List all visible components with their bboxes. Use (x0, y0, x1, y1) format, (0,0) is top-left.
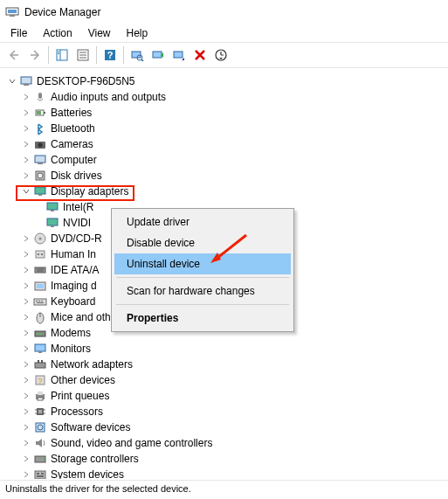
menu-item-disable-device[interactable]: Disable device (114, 232, 291, 253)
chevron-right-icon[interactable] (21, 375, 31, 385)
forward-button[interactable] (24, 45, 45, 66)
tree-category[interactable]: Software devices (3, 419, 448, 435)
update-driver-button[interactable] (148, 45, 169, 66)
tree-category[interactable]: Storage controllers (3, 451, 448, 467)
chevron-right-icon[interactable] (21, 359, 31, 370)
chevron-right-icon[interactable] (21, 422, 31, 433)
tree-category[interactable]: Print queues (3, 388, 448, 404)
toolbar-separator (48, 46, 49, 64)
printer-icon (33, 389, 47, 403)
svg-rect-35 (47, 218, 58, 225)
svg-point-40 (38, 253, 39, 255)
chevron-right-icon[interactable] (21, 249, 31, 260)
svg-rect-51 (37, 302, 44, 303)
device-label: Intel(R (63, 201, 93, 213)
disable-device-button[interactable] (169, 45, 190, 66)
status-bar: Uninstalls the driver for the selected d… (0, 480, 448, 499)
menu-item-scan-hardware[interactable]: Scan for hardware changes (114, 281, 291, 301)
chevron-right-icon[interactable] (21, 312, 31, 322)
dvd-icon (33, 232, 47, 246)
tree-root[interactable]: DESKTOP-F96D5N5 (3, 73, 448, 89)
svg-rect-17 (174, 52, 183, 58)
tree-category[interactable]: Cameras (3, 136, 448, 152)
menu-view[interactable]: View (81, 26, 118, 40)
chevron-right-icon[interactable] (21, 155, 31, 165)
back-button[interactable] (3, 45, 24, 66)
tree-category[interactable]: System devices (3, 467, 448, 479)
bluetooth-icon (33, 121, 47, 135)
chevron-right-icon[interactable] (21, 469, 31, 479)
category-label: Storage controllers (51, 453, 139, 465)
menu-item-properties[interactable]: Properties (114, 308, 291, 329)
tree-category[interactable]: Monitors (3, 341, 448, 357)
uninstall-device-button[interactable] (190, 45, 210, 66)
category-label: Monitors (51, 343, 91, 355)
tree-category[interactable]: Display adapters (3, 184, 448, 199)
chevron-right-icon[interactable] (21, 265, 31, 275)
chevron-right-icon[interactable] (21, 233, 31, 244)
chevron-down-icon[interactable] (7, 76, 17, 87)
svg-rect-65 (38, 392, 43, 395)
svg-point-76 (43, 458, 45, 460)
svg-rect-58 (38, 351, 42, 353)
root-label: DESKTOP-F96D5N5 (37, 75, 134, 87)
tree-category[interactable]: Network adapters (3, 357, 448, 372)
chevron-down-icon[interactable] (21, 186, 31, 197)
category-label: Software devices (51, 421, 130, 433)
svg-rect-78 (37, 473, 39, 475)
chevron-right-icon[interactable] (21, 328, 31, 338)
svg-text:?: ? (107, 50, 114, 60)
tree-category[interactable]: Disk drives (3, 168, 448, 184)
chevron-right-icon[interactable] (21, 296, 31, 307)
chevron-right-icon[interactable] (21, 170, 31, 181)
tree-category[interactable]: Bluetooth (3, 121, 448, 136)
svg-rect-36 (51, 225, 54, 227)
category-label: Computer (51, 154, 97, 166)
display-icon (33, 184, 47, 198)
svg-rect-23 (44, 112, 45, 114)
chevron-right-icon[interactable] (21, 107, 31, 118)
svg-rect-57 (35, 344, 45, 351)
menu-file[interactable]: File (3, 26, 34, 40)
svg-rect-49 (38, 301, 40, 301)
status-text: Uninstalls the driver for the selected d… (5, 483, 191, 494)
svg-line-15 (141, 59, 143, 61)
chevron-right-icon[interactable] (21, 438, 31, 448)
category-label: Disk drives (51, 170, 102, 182)
chevron-right-icon[interactable] (21, 406, 31, 417)
svg-rect-42 (35, 267, 45, 273)
properties-button[interactable] (72, 45, 93, 66)
menu-item-update-driver[interactable]: Update driver (114, 211, 291, 232)
tree-category[interactable]: Processors (3, 404, 448, 419)
scan-hardware-button[interactable] (127, 45, 148, 66)
category-label: Network adapters (51, 358, 133, 371)
chevron-right-icon[interactable] (21, 391, 31, 401)
software-icon (33, 420, 47, 434)
menu-action[interactable]: Action (36, 26, 79, 40)
display-icon (45, 200, 59, 214)
tree-category[interactable]: Batteries (3, 105, 448, 121)
enable-device-button[interactable] (210, 45, 231, 66)
battery-icon (33, 106, 47, 120)
tree-category[interactable]: ?Other devices (3, 372, 448, 388)
chevron-right-icon[interactable] (21, 454, 31, 464)
category-label: Cameras (51, 138, 93, 150)
svg-rect-28 (38, 163, 43, 164)
category-label: Human In (51, 248, 96, 260)
chevron-right-icon[interactable] (21, 123, 31, 134)
chevron-right-icon[interactable] (21, 281, 31, 291)
tree-category[interactable]: Sound, video and game controllers (3, 435, 448, 451)
chevron-right-icon[interactable] (21, 92, 31, 102)
menu-item-uninstall-device[interactable]: Uninstall device (114, 253, 291, 274)
help-button[interactable]: ? (100, 45, 121, 66)
ide-icon (33, 263, 47, 277)
tree-category[interactable]: Audio inputs and outputs (3, 89, 448, 105)
tree-category[interactable]: Computer (3, 152, 448, 168)
show-hide-console-button[interactable] (52, 45, 72, 66)
system-icon (33, 468, 47, 479)
category-label: Sound, video and game controllers (51, 437, 212, 449)
menu-help[interactable]: Help (120, 26, 155, 40)
chevron-right-icon[interactable] (21, 139, 31, 149)
chevron-right-icon[interactable] (21, 343, 31, 354)
category-label: Processors (51, 405, 103, 418)
